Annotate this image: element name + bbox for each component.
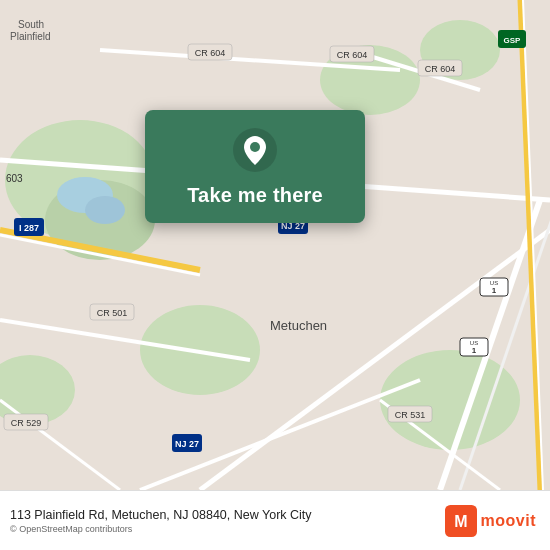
- osm-attribution: © OpenStreetMap contributors: [10, 524, 312, 534]
- take-me-there-label: Take me there: [187, 184, 323, 207]
- svg-text:603: 603: [6, 173, 23, 184]
- svg-text:CR 529: CR 529: [11, 418, 42, 428]
- svg-text:GSP: GSP: [504, 36, 522, 45]
- svg-text:NJ 27: NJ 27: [175, 439, 199, 449]
- svg-text:CR 604: CR 604: [425, 64, 456, 74]
- svg-text:CR 604: CR 604: [337, 50, 368, 60]
- moovit-logo-text: moovit: [481, 512, 536, 530]
- svg-text:M: M: [454, 513, 467, 530]
- svg-point-55: [250, 142, 260, 152]
- svg-point-6: [380, 350, 520, 450]
- location-pin-icon: [233, 128, 277, 172]
- svg-text:1: 1: [472, 346, 477, 355]
- svg-text:CR 531: CR 531: [395, 410, 426, 420]
- svg-text:CR 604: CR 604: [195, 48, 226, 58]
- bottom-bar: 113 Plainfield Rd, Metuchen, NJ 08840, N…: [0, 490, 550, 550]
- svg-point-9: [85, 196, 125, 224]
- svg-text:South: South: [18, 19, 44, 30]
- map-background: CR 604 CR 604 CR 604 603 I 287 NJ 27 NJ …: [0, 0, 550, 490]
- svg-text:CR 501: CR 501: [97, 308, 128, 318]
- svg-text:I 287: I 287: [19, 223, 39, 233]
- cta-card[interactable]: Take me there: [145, 110, 365, 223]
- svg-text:Plainfield: Plainfield: [10, 31, 51, 42]
- address-text: 113 Plainfield Rd, Metuchen, NJ 08840, N…: [10, 507, 312, 524]
- svg-text:Metuchen: Metuchen: [270, 318, 327, 333]
- moovit-logo-icon: M: [445, 505, 477, 537]
- svg-text:1: 1: [492, 286, 497, 295]
- map-view: CR 604 CR 604 CR 604 603 I 287 NJ 27 NJ …: [0, 0, 550, 490]
- moovit-logo: M moovit: [445, 505, 536, 537]
